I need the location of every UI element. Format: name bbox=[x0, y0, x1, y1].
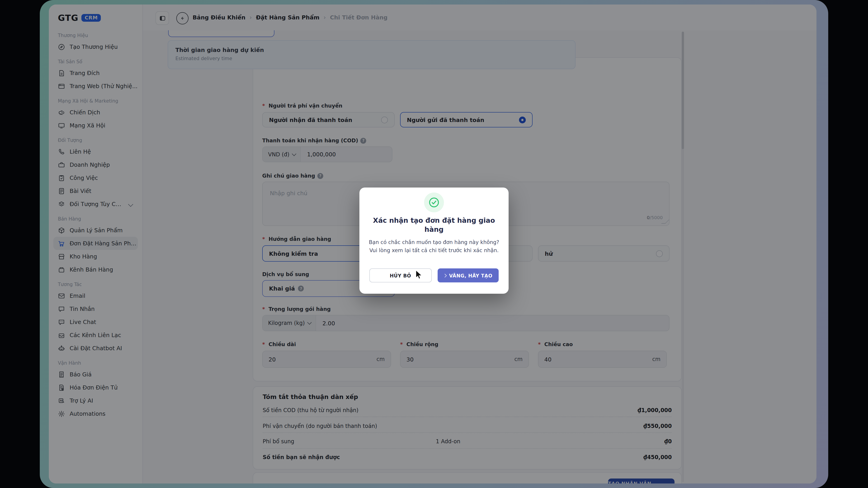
desktop: GTG CRM Thương Hiệu Tạo Thương Hiệu Tài … bbox=[0, 0, 868, 488]
mouse-cursor bbox=[415, 270, 423, 280]
chevron-right-icon bbox=[443, 273, 447, 278]
confirm-create-button[interactable]: VÂNG, HÃY TẠO bbox=[437, 268, 499, 283]
modal-title: Xác nhận tạo đơn đặt hàng giao hàng bbox=[371, 216, 497, 234]
modal-body-line2: Vui lòng xem lại tất cả chi tiết trước k… bbox=[366, 247, 502, 255]
modal-body-line1: Bạn có chắc chắn muốn tạo đơn hàng này k… bbox=[366, 238, 502, 247]
success-check-icon bbox=[424, 193, 444, 213]
confirm-order-modal: Xác nhận tạo đơn đặt hàng giao hàng Bạn … bbox=[360, 188, 508, 294]
modal-buttons: HỦY BỎ VÂNG, HÃY TẠO bbox=[369, 268, 499, 283]
modal-body: Bạn có chắc chắn muốn tạo đơn hàng này k… bbox=[366, 238, 502, 255]
